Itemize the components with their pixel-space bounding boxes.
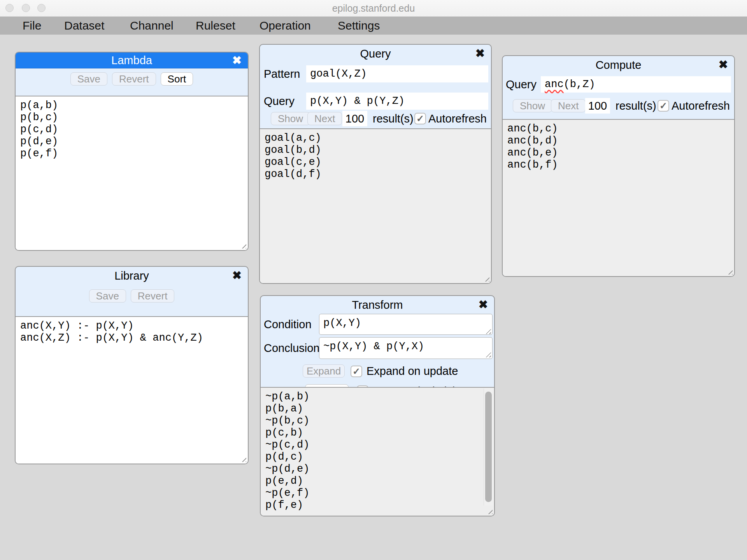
lambda-save-button[interactable]: Save xyxy=(70,72,107,86)
close-icon[interactable]: ✖ xyxy=(719,56,728,73)
condition-textarea[interactable]: p(X,Y) xyxy=(319,314,493,335)
lambda-panel-header[interactable]: Lambda ✖ xyxy=(16,52,248,68)
pattern-input[interactable] xyxy=(306,65,488,82)
library-panel-title: Library xyxy=(16,267,248,285)
compute-panel: Compute ✖ Query anc(b,Z) Show Next resul… xyxy=(502,55,735,277)
query-show-button[interactable]: Show xyxy=(271,112,310,125)
compute-results-suffix-label: result(s) xyxy=(615,98,656,114)
lambda-panel-title: Lambda xyxy=(16,52,248,68)
menu-file[interactable]: File xyxy=(23,17,41,35)
browser-window: epilog.stanford.edu File Dataset Channel… xyxy=(0,0,747,560)
query-next-button[interactable]: Next xyxy=(307,112,342,125)
menu-settings[interactable]: Settings xyxy=(338,17,380,35)
compute-panel-title: Compute xyxy=(503,56,734,74)
menubar: File Dataset Channel Ruleset Operation S… xyxy=(0,17,747,35)
close-icon[interactable]: ✖ xyxy=(479,296,488,313)
query-input[interactable] xyxy=(306,93,488,110)
query-label: Query xyxy=(264,93,295,110)
checkmark-icon: ✓ xyxy=(416,114,424,123)
query-results-suffix-label: result(s) xyxy=(373,111,414,126)
compute-query-label: Query xyxy=(506,76,537,93)
compute-show-button[interactable]: Show xyxy=(513,99,552,112)
query-autorefresh-label: Autorefresh xyxy=(428,111,487,126)
query-results-text[interactable]: goal(a,c) goal(b,d) goal(c,e) goal(d,f) xyxy=(260,129,491,184)
query-result-count-input[interactable] xyxy=(342,111,367,126)
transform-panel-title: Transform xyxy=(261,296,494,314)
window-titlebar: epilog.stanford.edu xyxy=(0,0,747,17)
compute-next-button[interactable]: Next xyxy=(551,99,586,112)
library-panel-header[interactable]: Library ✖ xyxy=(16,267,248,284)
query-results-area[interactable]: goal(a,c) goal(b,d) goal(c,e) goal(d,f) xyxy=(260,128,491,283)
menu-dataset[interactable]: Dataset xyxy=(64,17,104,35)
library-panel: Library ✖ Save Revert anc(X,Y) :- p(X,Y)… xyxy=(15,266,249,464)
transform-panel-header[interactable]: Transform ✖ xyxy=(261,296,494,313)
menu-operation[interactable]: Operation xyxy=(260,17,311,35)
lambda-revert-button[interactable]: Revert xyxy=(112,72,156,86)
library-rules-text[interactable]: anc(X,Y) :- p(X,Y) anc(X,Z) :- p(X,Y) & … xyxy=(16,317,248,347)
query-autorefresh-checkbox[interactable]: ✓ xyxy=(414,113,426,124)
resize-grip-icon[interactable] xyxy=(240,455,246,462)
condition-label: Condition xyxy=(264,314,312,335)
pattern-label: Pattern xyxy=(264,65,300,82)
library-revert-button[interactable]: Revert xyxy=(131,289,175,303)
close-icon[interactable]: ✖ xyxy=(232,52,242,68)
query-panel-header[interactable]: Query ✖ xyxy=(260,45,491,62)
transform-results-area[interactable]: ~p(a,b) p(b,a) ~p(b,c) p(c,b) ~p(c,d) p(… xyxy=(261,387,494,516)
compute-results-text[interactable]: anc(b,c) anc(b,d) anc(b,e) anc(b,f) xyxy=(503,120,734,174)
query-rest: (b,Z) xyxy=(564,79,595,90)
resize-grip-icon[interactable] xyxy=(726,268,733,275)
scrollbar-thumb[interactable] xyxy=(485,392,492,502)
lambda-sort-button[interactable]: Sort xyxy=(161,72,193,86)
scrollbar[interactable] xyxy=(484,388,493,506)
compute-panel-header[interactable]: Compute ✖ xyxy=(503,56,734,73)
compute-autorefresh-checkbox[interactable]: ✓ xyxy=(658,100,669,112)
lambda-panel: Lambda ✖ Save Revert Sort p(a,b) p(b,c) … xyxy=(15,52,249,251)
query-panel-title: Query xyxy=(260,45,491,63)
transform-panel: Transform ✖ Condition p(X,Y) Conclusion … xyxy=(260,295,495,516)
menu-channel[interactable]: Channel xyxy=(130,17,174,35)
library-save-button[interactable]: Save xyxy=(89,289,126,303)
expand-on-update-checkbox[interactable]: ✓ xyxy=(351,366,362,377)
transform-results-text[interactable]: ~p(a,b) p(b,a) ~p(b,c) p(c,b) ~p(c,d) p(… xyxy=(261,388,494,514)
lambda-content-area[interactable]: p(a,b) p(b,c) p(c,d) p(d,e) p(e,f) xyxy=(16,96,248,250)
compute-results-area[interactable]: anc(b,c) anc(b,d) anc(b,e) anc(b,f) xyxy=(503,119,734,276)
lambda-facts-text[interactable]: p(a,b) p(b,c) p(c,d) p(d,e) p(e,f) xyxy=(16,96,248,163)
window-title: epilog.stanford.edu xyxy=(0,0,747,16)
checkmark-icon: ✓ xyxy=(352,367,360,376)
menu-ruleset[interactable]: Ruleset xyxy=(196,17,235,35)
compute-query-input[interactable]: anc(b,Z) xyxy=(541,76,731,93)
close-icon[interactable]: ✖ xyxy=(475,45,485,62)
expand-button[interactable]: Expand xyxy=(303,364,345,378)
library-content-area[interactable]: anc(X,Y) :- p(X,Y) anc(X,Z) :- p(X,Y) & … xyxy=(16,316,248,464)
compute-result-count-input[interactable] xyxy=(585,98,610,114)
conclusion-label: Conclusion xyxy=(264,337,319,359)
checkmark-icon: ✓ xyxy=(659,101,667,110)
misspelled-word: anc xyxy=(545,79,564,90)
expand-on-update-label: Expand on update xyxy=(366,364,458,378)
conclusion-textarea[interactable]: ~p(X,Y) & p(Y,X) xyxy=(319,337,493,359)
close-icon[interactable]: ✖ xyxy=(232,267,242,284)
resize-grip-icon[interactable] xyxy=(483,275,489,282)
query-panel: Query ✖ Pattern Query Show Next result(s… xyxy=(259,44,492,284)
resize-grip-icon[interactable] xyxy=(240,242,246,248)
compute-autorefresh-label: Autorefresh xyxy=(672,98,730,114)
